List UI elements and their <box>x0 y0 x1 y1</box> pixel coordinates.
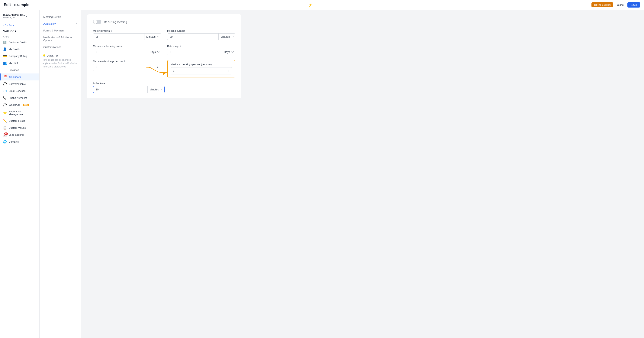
meeting-interval-unit[interactable]: Minutes <box>144 34 161 40</box>
left-nav-item-availability[interactable]: Availability› <box>40 20 81 27</box>
workspace-info: Dunder Mifflin [D... Scranton, PA <box>3 14 25 19</box>
date-range-input[interactable] <box>168 49 222 55</box>
my-profile-icon: 👤 <box>3 47 7 51</box>
meeting-interval-input[interactable] <box>93 34 144 40</box>
meeting-interval-input-group: Minutes <box>93 33 161 40</box>
max-bookings-per-day-label: Maximum bookings per day ℹ <box>93 60 161 63</box>
left-nav-label-notifications: Notifications & Additional Options <box>43 36 77 42</box>
max-bookings-per-slot-decrement[interactable]: − <box>218 68 225 74</box>
max-bookings-per-slot-increment[interactable]: + <box>225 68 232 74</box>
go-back-button[interactable]: ‹ Go Back <box>0 23 39 29</box>
sidebar-section-label: Apps <box>0 35 39 39</box>
content-area: Meeting DetailsAvailability›Forms & Paym… <box>40 10 644 338</box>
max-bookings-per-day-increment[interactable]: + <box>154 64 161 71</box>
sidebar-item-email-services[interactable]: ✉️Email Services <box>0 87 39 94</box>
max-bookings-per-day-input[interactable] <box>93 64 147 71</box>
buffer-time-input[interactable] <box>94 86 148 93</box>
sidebar-item-whatsapp[interactable]: 💬WhatsAppbeta <box>0 101 39 108</box>
nav-arrow-icon-availability: › <box>76 23 77 25</box>
close-button[interactable]: Close <box>615 2 626 8</box>
main-layout: Dunder Mifflin [D... Scranton, PA ▾ ‹ Go… <box>0 10 644 338</box>
recurring-meeting-toggle[interactable] <box>93 20 101 24</box>
email-services-icon: ✉️ <box>3 89 7 93</box>
sidebar-item-lead-scoring[interactable]: 📈Lead Scoring83 <box>0 131 39 138</box>
company-billing-icon: 💳 <box>3 54 7 58</box>
sidebar-item-pipelines[interactable]: ☰Pipelines <box>0 67 39 74</box>
sidebar-item-label-domains: Domains <box>9 140 19 143</box>
max-bookings-per-slot-label: Maximum bookings per slot (per user) ℹ <box>170 63 232 66</box>
save-button[interactable]: Save <box>628 2 640 8</box>
two-col-layout: Meeting DetailsAvailability›Forms & Paym… <box>40 10 644 338</box>
sidebar-item-custom-values[interactable]: 📋Custom Values <box>0 124 39 131</box>
sidebar-item-domains[interactable]: 🌐Domains <box>0 138 39 145</box>
notif-badge-lead-scoring: 83 <box>4 132 8 135</box>
interval-duration-grid: Meeting interval ℹ Minutes <box>93 29 236 40</box>
conversation-ai-icon: 💬 <box>3 82 7 86</box>
sidebar-item-label-reputation-management: Reputation Management <box>9 110 36 116</box>
form-card: Recurring meeting Meeting interval ℹ <box>87 14 242 98</box>
left-nav-item-customizations[interactable]: Customizations <box>40 44 81 51</box>
sidebar-item-my-staff[interactable]: 👥My Staff <box>0 60 39 67</box>
min-scheduling-notice-field: Minimum scheduling notice Days <box>93 45 161 55</box>
pipelines-icon: ☰ <box>3 68 7 72</box>
date-range-unit[interactable]: Days <box>222 49 235 55</box>
date-range-input-group: Days <box>167 49 236 55</box>
workspace-name: Dunder Mifflin [D... <box>3 14 25 17</box>
max-bookings-per-day-stepper: − + <box>93 64 161 71</box>
workspace-selector[interactable]: Dunder Mifflin [D... Scranton, PA ▾ <box>0 13 39 21</box>
max-bookings-per-slot-info-icon[interactable]: ℹ <box>212 63 214 66</box>
sidebar-items-list: 🏢Business Profile👤My Profile💳Company Bil… <box>0 39 39 145</box>
chevron-down-icon: ▾ <box>26 15 27 18</box>
left-nav-label-customizations: Customizations <box>43 46 62 49</box>
max-bookings-per-day-decrement[interactable]: − <box>147 64 154 71</box>
sidebar-item-business-profile[interactable]: 🏢Business Profile <box>0 39 39 46</box>
recurring-meeting-label: Recurring meeting <box>104 20 127 24</box>
buffer-time-input-group: Minutes <box>93 86 164 93</box>
sidebar-item-custom-fields[interactable]: ✏️Custom Fields <box>0 117 39 124</box>
sidebar-item-phone-numbers[interactable]: 📞Phone Numbers <box>0 94 39 101</box>
topbar-center: ⚡ <box>308 3 312 7</box>
sidebar-item-conversation-ai[interactable]: 💬Conversation AI <box>0 81 39 87</box>
quick-tip-title: Quick Tip <box>47 54 58 57</box>
sidebar-item-calendars[interactable]: 📅Calendars <box>0 74 39 81</box>
topline-support-button[interactable]: topline Support <box>592 2 613 7</box>
left-nav-item-notifications[interactable]: Notifications & Additional Options <box>40 34 81 44</box>
sidebar-item-label-custom-fields: Custom Fields <box>9 119 25 122</box>
date-range-field: Date range ℹ Days <box>167 45 236 55</box>
sidebar-item-label-lead-scoring: Lead Scoring <box>9 133 24 136</box>
bolt-icon: ⚡ <box>308 3 312 7</box>
meeting-duration-unit[interactable]: Minutes <box>218 34 235 40</box>
sidebar-item-label-whatsapp: WhatsApp <box>9 103 20 106</box>
meeting-interval-info-icon[interactable]: ℹ <box>111 29 112 32</box>
left-nav-label-forms-payment: Forms & Payment <box>43 29 64 32</box>
meeting-interval-field: Meeting interval ℹ Minutes <box>93 29 161 40</box>
sidebar-item-label-business-profile: Business Profile <box>9 41 27 44</box>
min-scheduling-notice-label: Minimum scheduling notice <box>93 45 161 48</box>
date-range-info-icon[interactable]: ℹ <box>180 45 181 48</box>
quick-tip-header: 💡 Quick Tip <box>42 54 78 57</box>
topbar: Edit - example ⚡ topline Support Close S… <box>0 0 644 10</box>
bookings-row: Maximum bookings per day ℹ − + <box>93 60 236 78</box>
max-bookings-per-slot-stepper: − + <box>170 67 232 74</box>
meeting-duration-input[interactable] <box>168 34 218 40</box>
sidebar-item-label-custom-values: Custom Values <box>9 126 26 129</box>
toggle-knob <box>94 20 97 24</box>
sidebar-item-company-billing[interactable]: 💳Company Billing <box>0 53 39 60</box>
sidebar-item-reputation-management[interactable]: ⭐Reputation Management <box>0 108 39 117</box>
buffer-time-label: Buffer time <box>93 82 236 85</box>
left-nav-item-meeting-details[interactable]: Meeting Details <box>40 14 81 20</box>
max-bookings-per-slot-input[interactable] <box>171 68 218 74</box>
notice-daterange-grid: Minimum scheduling notice Days <box>93 45 236 55</box>
max-bookings-per-day-info-icon[interactable]: ℹ <box>124 60 125 63</box>
custom-values-icon: 📋 <box>3 126 7 130</box>
max-bookings-per-slot-field: Maximum bookings per slot (per user) ℹ −… <box>167 60 236 78</box>
buffer-time-field: Buffer time Minutes <box>93 82 236 93</box>
sidebar-item-my-profile[interactable]: 👤My Profile <box>0 46 39 53</box>
buffer-time-unit[interactable]: Minutes <box>148 86 164 93</box>
min-notice-input[interactable] <box>93 49 148 55</box>
left-nav-item-forms-payment[interactable]: Forms & Payment <box>40 27 81 34</box>
domains-icon: 🌐 <box>3 140 7 144</box>
min-notice-unit[interactable]: Days <box>148 49 161 55</box>
date-range-label: Date range ℹ <box>167 45 236 48</box>
phone-numbers-icon: 📞 <box>3 96 7 100</box>
